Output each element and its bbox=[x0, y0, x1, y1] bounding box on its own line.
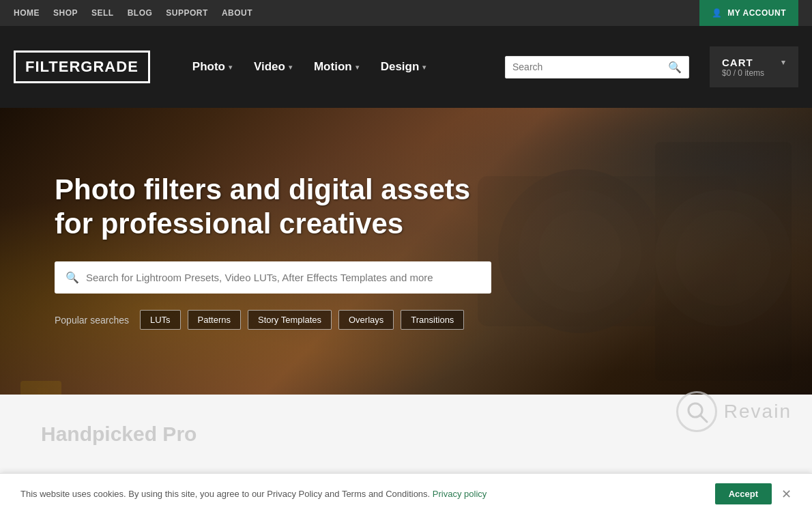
nav-shop[interactable]: SHOP bbox=[53, 8, 78, 18]
popular-searches-label: Popular searches bbox=[55, 315, 129, 326]
nav-video[interactable]: Video ▾ bbox=[246, 55, 300, 79]
chevron-down-icon: ▾ bbox=[422, 63, 426, 71]
tag-luts[interactable]: LUTs bbox=[140, 310, 181, 330]
account-icon: 👤 bbox=[712, 8, 723, 18]
search-button[interactable]: 🔍 bbox=[668, 61, 682, 74]
revain-watermark: Revain bbox=[676, 391, 792, 432]
cart-items: / 0 items bbox=[734, 68, 764, 78]
nav-video-label: Video bbox=[254, 60, 285, 74]
hero-search-bar: 🔍 bbox=[55, 261, 491, 294]
top-bar: HOME SHOP SELL BLOG SUPPORT ABOUT 👤 MY A… bbox=[0, 0, 812, 26]
nav-motion-label: Motion bbox=[314, 60, 352, 74]
hero-search-input[interactable] bbox=[86, 272, 480, 283]
revain-icon bbox=[676, 391, 717, 432]
chevron-down-icon: ▾ bbox=[356, 63, 359, 71]
search-icon: 🔍 bbox=[66, 271, 79, 284]
chevron-down-icon: ▾ bbox=[229, 63, 232, 71]
cart-chevron-icon: ▾ bbox=[781, 58, 786, 67]
cart-label: CART bbox=[722, 57, 753, 68]
logo[interactable]: FILTERGRADE bbox=[14, 51, 150, 83]
account-label: MY ACCOUNT bbox=[727, 8, 786, 18]
tag-overlays[interactable]: Overlays bbox=[338, 310, 394, 330]
main-nav: FILTERGRADE Photo ▾ Video ▾ Motion ▾ Des… bbox=[0, 26, 812, 108]
handpicked-title: Handpicked Pro bbox=[41, 423, 197, 446]
cart-price: $0 bbox=[722, 68, 731, 78]
nav-sell[interactable]: SELL bbox=[91, 8, 114, 18]
nav-design[interactable]: Design ▾ bbox=[373, 55, 435, 79]
chevron-down-icon: ▾ bbox=[289, 63, 292, 71]
nav-blog[interactable]: BLOG bbox=[128, 8, 153, 18]
nav-home[interactable]: HOME bbox=[14, 8, 40, 18]
hero-section: Photo filters and digital assets for pro… bbox=[0, 108, 812, 395]
hero-content: Photo filters and digital assets for pro… bbox=[0, 173, 546, 330]
my-account-button[interactable]: 👤 MY ACCOUNT bbox=[699, 0, 798, 26]
popular-searches: Popular searches LUTs Patterns Story Tem… bbox=[55, 310, 491, 330]
hero-title: Photo filters and digital assets for pro… bbox=[55, 173, 491, 242]
hero-title-line1: Photo filters and digital assets bbox=[55, 173, 470, 205]
nav-about[interactable]: ABOUT bbox=[222, 8, 252, 18]
tag-story-templates[interactable]: Story Templates bbox=[248, 310, 332, 330]
revain-text: Revain bbox=[724, 401, 792, 423]
tag-transitions[interactable]: Transitions bbox=[401, 310, 464, 330]
nav-links: Photo ▾ Video ▾ Motion ▾ Design ▾ bbox=[184, 55, 484, 79]
nav-design-label: Design bbox=[381, 60, 420, 74]
nav-photo[interactable]: Photo ▾ bbox=[184, 55, 240, 79]
top-bar-nav: HOME SHOP SELL BLOG SUPPORT ABOUT bbox=[14, 8, 252, 18]
cart-button[interactable]: CART ▾ $0 / 0 items bbox=[710, 46, 798, 87]
search-input[interactable] bbox=[512, 61, 668, 72]
nav-motion[interactable]: Motion ▾ bbox=[306, 55, 367, 79]
nav-support[interactable]: SUPPORT bbox=[166, 8, 208, 18]
svg-point-6 bbox=[676, 210, 771, 306]
svg-rect-8 bbox=[38, 388, 48, 395]
svg-line-10 bbox=[700, 415, 707, 422]
search-area: 🔍 bbox=[505, 56, 689, 78]
hero-title-line2: for professional creatives bbox=[55, 208, 403, 240]
nav-photo-label: Photo bbox=[192, 60, 225, 74]
tag-patterns[interactable]: Patterns bbox=[188, 310, 241, 330]
